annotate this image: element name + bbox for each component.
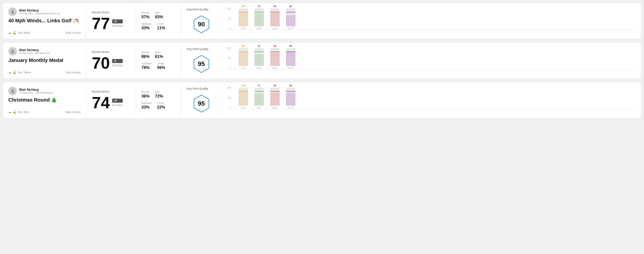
bar-group-app: 86 APP [254, 45, 264, 70]
bar-fill [270, 13, 280, 26]
stat-1putt: 1 Putt 22% [157, 102, 165, 110]
quality-label: Avg Shot Quality [186, 8, 208, 11]
svg-point-1 [12, 50, 13, 51]
user-name: Blair McHarg [19, 8, 60, 12]
fw-hit-label: FW Hit [142, 51, 150, 54]
card-left: Blair McHarg 29 Jan 2022 · Mill Ride GCC… [3, 43, 86, 79]
bar-wrapper [270, 88, 280, 106]
fw-hit-value: 57% [142, 15, 150, 19]
bar-xlabel: APP [257, 67, 262, 70]
user-info: Blair McHarg 27 Dec 2021 · The Oxfordshi… [19, 88, 53, 94]
card-chart: 100 50 0 107 OTT 95 APP 98 ARG [222, 3, 641, 39]
person-icon [10, 89, 15, 94]
score-holes: 18 Holes [112, 64, 123, 67]
stats-row-bottom: Up/Down 33% 1 Putt 11% [142, 22, 176, 30]
stat-fw-hit: FW Hit 57% [142, 11, 150, 19]
bar-xlabel: ARG [272, 67, 278, 70]
gir-label: GIR [155, 51, 163, 54]
bar-fill [286, 52, 296, 66]
bar-group-arg: 96 ARG [270, 45, 280, 70]
quality-label: Avg Shot Quality [186, 87, 208, 90]
bar-wrapper [286, 48, 296, 66]
updown-value: 33% [142, 105, 152, 110]
card-chart: 100 50 0 101 OTT 86 APP 96 ARG [222, 43, 641, 79]
bar-fill [239, 11, 248, 26]
score-label: Round Score [92, 50, 130, 54]
bar-xlabel: OTT [241, 67, 246, 70]
score-badge: +2 [112, 99, 123, 103]
bar-xlabel: PUTT [288, 67, 294, 70]
card-stats: FW Hit 57% GIR 83% Up/Down 33% 1 Putt 11… [136, 3, 181, 39]
bar-wrapper [254, 8, 264, 26]
fw-hit-value: 36% [142, 94, 150, 99]
updown-label: Up/Down [142, 102, 152, 105]
card-stats: FW Hit 36% GIR 72% Up/Down 33% 1 Putt 22… [136, 82, 181, 118]
bar-value: 110 [241, 84, 246, 87]
fw-hit-label: FW Hit [142, 11, 150, 14]
svg-point-2 [12, 89, 13, 91]
chart-yaxis: 100 50 0 [227, 47, 231, 70]
bar-line [286, 91, 296, 92]
hexagon-container: 90 [191, 14, 212, 34]
bar-value: 95 [274, 84, 276, 87]
bar-line [270, 91, 280, 92]
bar-group-arg: 98 ARG [270, 5, 280, 30]
bar-wrapper [239, 8, 248, 26]
bar-value: 96 [274, 45, 276, 47]
stats-row-top: FW Hit 86% GIR 61% [142, 51, 176, 59]
bar-value: 93 [290, 84, 292, 87]
card-footer: ☁ ⛳ Tee: Yellow Data: Arccos [8, 71, 81, 74]
score-number: 70 [92, 55, 110, 71]
bar-line [270, 12, 280, 12]
stat-updown: Up/Down 78% [142, 62, 152, 70]
score-row: 77 +5 18 Holes [92, 15, 130, 31]
bar-group-app: 87 APP [254, 84, 264, 109]
user-name: Blair McHarg [19, 48, 50, 52]
bar-group-ott: 110 OTT [239, 84, 248, 109]
gir-value: 83% [155, 15, 163, 19]
tee-info: ☁ ⛳ Tee: Blue [8, 110, 29, 114]
bar-wrapper [239, 88, 248, 106]
score-detail: +5 18 Holes [112, 19, 123, 27]
cloud-icon: ☁ [8, 110, 11, 114]
bar-group-putt: 82 PUTT [286, 5, 296, 30]
fw-hit-label: FW Hit [142, 91, 150, 94]
gir-label: GIR [155, 11, 163, 14]
tee-label: Tee: Blue [18, 111, 29, 114]
bar-value: 99 [290, 45, 292, 47]
card-left: Blair McHarg 27 Dec 2021 · The Oxfordshi… [3, 82, 86, 118]
score-detail: -2 18 Holes [112, 59, 123, 67]
bar-value: 86 [258, 45, 260, 47]
person-icon [10, 49, 15, 54]
stat-gir: GIR 61% [155, 51, 163, 59]
score-row: 70 -2 18 Holes [92, 55, 130, 71]
tee-label: Tee: Yellow [18, 71, 31, 74]
putt1-value: 11% [157, 26, 165, 30]
user-row: Blair McHarg 29 Jan 2022 · Mill Ride GCC [8, 47, 81, 56]
stats-row-top: FW Hit 36% GIR 72% [142, 91, 176, 99]
bag-icon: ⛳ [13, 31, 16, 34]
avatar [8, 47, 17, 56]
score-detail: +2 18 Holes [112, 99, 123, 107]
bar-value: 87 [258, 84, 260, 87]
putt1-label: 1 Putt [157, 62, 165, 65]
round-title: January Monthly Medal [8, 57, 81, 63]
user-row: Blair McHarg 27 Dec 2021 · The Oxfordshi… [8, 87, 81, 95]
card-score: Round Score 70 -2 18 Holes [86, 43, 136, 79]
chart-yaxis: 100 50 0 [227, 7, 231, 30]
user-meta: 29 Jan 2022 · Mill Ride GCC [19, 52, 50, 54]
hex-score: 90 [198, 21, 205, 28]
bar-fill [254, 54, 264, 66]
quality-label: Avg Shot Quality [186, 47, 208, 51]
putt1-value: 56% [157, 65, 165, 70]
stat-updown: Up/Down 33% [142, 102, 152, 110]
score-row: 74 +2 18 Holes [92, 95, 130, 111]
tee-info: ☁ ⛳ Tee: Black [8, 31, 30, 34]
stat-updown: Up/Down 33% [142, 22, 152, 30]
bar-group-ott: 101 OTT [239, 45, 248, 70]
fw-hit-value: 86% [142, 54, 150, 59]
stat-fw-hit: FW Hit 86% [142, 51, 150, 59]
hex-score: 95 [198, 60, 205, 68]
bar-value: 107 [241, 5, 246, 8]
updown-value: 33% [142, 26, 152, 30]
